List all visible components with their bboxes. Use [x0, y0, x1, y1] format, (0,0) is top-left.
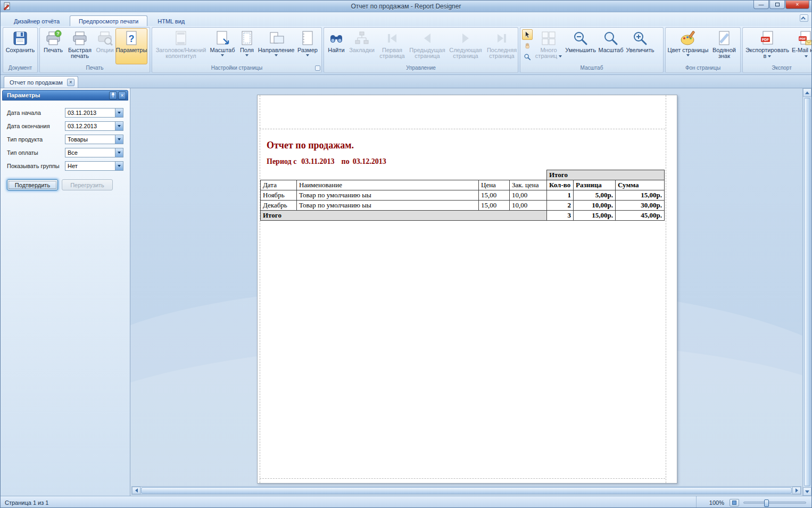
margins-button[interactable]: Поля: [236, 28, 258, 64]
dialog-launcher-icon[interactable]: [315, 65, 320, 71]
email-as-button[interactable]: PDF E-Mail как: [791, 28, 812, 64]
first-page-button: Первая страница: [376, 28, 408, 64]
zoom-in-button[interactable]: Увеличить: [625, 28, 656, 64]
export-to-button[interactable]: PDF Экспортировать в: [744, 28, 791, 64]
margin-guide-left: [260, 95, 260, 483]
field-payment-type: Тип оплаты Все: [7, 148, 123, 157]
find-button[interactable]: Найти: [325, 28, 347, 64]
group-label-export: Экспорт: [743, 64, 812, 72]
vertical-scroll-thumb[interactable]: [804, 98, 810, 486]
parameters-button[interactable]: ? Параметры: [115, 28, 147, 64]
dropdown-arrow-icon[interactable]: [115, 108, 123, 118]
print-preview-area[interactable]: Отчет по продажам. Период с03.11.2013по0…: [130, 88, 811, 496]
start-date-dropdown[interactable]: 03.11.2013: [65, 108, 123, 118]
end-date-dropdown[interactable]: 03.12.2013: [65, 121, 123, 131]
title-bar[interactable]: Отчет по продажам - Report Designer — ×: [1, 1, 811, 12]
orientation-button[interactable]: Направление: [258, 28, 295, 64]
horizontal-scrollbar[interactable]: [131, 486, 801, 495]
watermark-button[interactable]: Водяной знак: [709, 28, 739, 64]
parameters-icon: ?: [123, 29, 140, 47]
page-fit-icon: [732, 501, 736, 505]
svg-text:?: ?: [56, 31, 60, 36]
quick-print-button[interactable]: Быстрая печать: [65, 28, 94, 64]
table-total-row: Итого 3 15,00р. 45,00р.: [261, 211, 665, 221]
next-page-icon: [457, 29, 474, 47]
zoom-button[interactable]: Масштаб: [597, 28, 625, 64]
dropdown-arrow-icon[interactable]: [115, 161, 123, 171]
svg-text:PDF: PDF: [762, 38, 769, 41]
pin-icon[interactable]: [109, 91, 117, 99]
col-header: Кол-во: [547, 180, 574, 190]
group-label-page-setup: Настройки страницы: [152, 64, 321, 72]
options-icon: [96, 29, 113, 47]
report-period: Период с03.11.2013по03.12.2013: [267, 157, 386, 166]
tab-print-preview[interactable]: Предпросмотр печати: [70, 15, 147, 26]
ribbon-group-print: ? Печать Быстрая печать Опции: [39, 27, 150, 73]
report-title: Отчет по продажам.: [267, 140, 354, 151]
ribbon-group-document: Сохранить Документ: [3, 27, 38, 73]
product-type-dropdown[interactable]: Товары: [65, 135, 123, 144]
dropdown-arrow-icon[interactable]: [115, 148, 123, 157]
col-header: Сумма: [616, 180, 665, 190]
zoom-slider[interactable]: [743, 502, 806, 504]
document-tab[interactable]: Отчет по продажам ×: [4, 76, 78, 88]
next-page-button: Следующая страница: [446, 28, 485, 64]
minimize-button[interactable]: —: [753, 1, 769, 9]
payment-type-dropdown[interactable]: Все: [65, 148, 123, 157]
scroll-left-icon[interactable]: [132, 487, 140, 494]
group-label-print: Печать: [40, 64, 150, 72]
zoom-page-fit-button[interactable]: [730, 499, 739, 506]
document-tab-bar: Отчет по продажам ×: [1, 75, 811, 88]
close-button[interactable]: ×: [785, 1, 809, 9]
field-end-date: Дата окончания 03.12.2013: [7, 121, 123, 131]
page-color-button[interactable]: Цвет страницы: [667, 28, 709, 64]
page-scale-button[interactable]: Масштаб: [209, 28, 236, 64]
show-groups-dropdown[interactable]: Нет: [65, 161, 123, 171]
document-tab-close-icon[interactable]: ×: [67, 79, 74, 86]
zoom-tool-button[interactable]: [522, 52, 533, 62]
tab-report-designer[interactable]: Дизайнер отчёта: [5, 15, 69, 26]
ribbon-minimize-button[interactable]: [800, 14, 808, 22]
zoom-out-icon: [572, 29, 589, 47]
print-button[interactable]: ? Печать: [41, 28, 65, 64]
report-page: Отчет по продажам. Период с03.11.2013по0…: [257, 95, 677, 484]
dropdown-arrow-icon[interactable]: [115, 135, 123, 144]
margin-guide-right: [666, 95, 666, 483]
ribbon-group-navigation: Найти Закладки Первая страница: [324, 27, 518, 73]
size-button[interactable]: Размер: [295, 28, 320, 64]
report-table: Итого Дата Наименование Цена Зак. цена К…: [260, 170, 665, 221]
margin-guide-top: [260, 129, 665, 129]
previous-page-button: Предыдущая страница: [408, 28, 446, 64]
scroll-up-icon[interactable]: [803, 88, 811, 97]
tab-html-view[interactable]: HTML вид: [148, 15, 194, 26]
horizontal-scroll-thumb[interactable]: [141, 487, 792, 494]
col-header: Наименование: [297, 180, 479, 190]
panel-close-icon[interactable]: ×: [118, 91, 126, 99]
page-info: Страница 1 из 1: [5, 499, 48, 506]
chevron-down-icon: [306, 54, 309, 56]
scroll-right-icon[interactable]: [792, 487, 801, 494]
save-button[interactable]: Сохранить: [4, 28, 36, 64]
pointer-tool-button[interactable]: [522, 29, 533, 40]
margins-icon: [238, 29, 255, 47]
ribbon: Сохранить Документ ? Печать Быстрая печ: [1, 26, 811, 75]
multiple-pages-button: Много страниц: [533, 28, 564, 64]
group-label-document: Документ: [3, 64, 37, 72]
header-footer-icon: [172, 29, 189, 47]
chevron-down-icon: [768, 55, 771, 57]
dropdown-arrow-icon[interactable]: [115, 121, 123, 131]
scroll-down-icon[interactable]: [803, 487, 811, 496]
hand-tool-button[interactable]: [522, 40, 533, 51]
field-start-date: Дата начала 03.11.2013: [7, 108, 123, 118]
vertical-scrollbar[interactable]: [802, 88, 811, 496]
zoom-slider-thumb[interactable]: [764, 499, 769, 507]
reload-button: Перегрузить: [62, 179, 113, 190]
maximize-button[interactable]: [769, 1, 785, 9]
previous-page-icon: [419, 29, 436, 47]
group-label-navigation: Управление: [324, 64, 518, 72]
header-footer-button: Заголовок/Нижний колонтитул: [153, 28, 209, 64]
zoom-out-button[interactable]: Уменьшить: [564, 28, 597, 64]
parameters-panel-header[interactable]: Параметры ×: [2, 90, 128, 101]
hand-icon: [524, 42, 531, 49]
confirm-button[interactable]: Подтвердить: [7, 179, 58, 190]
